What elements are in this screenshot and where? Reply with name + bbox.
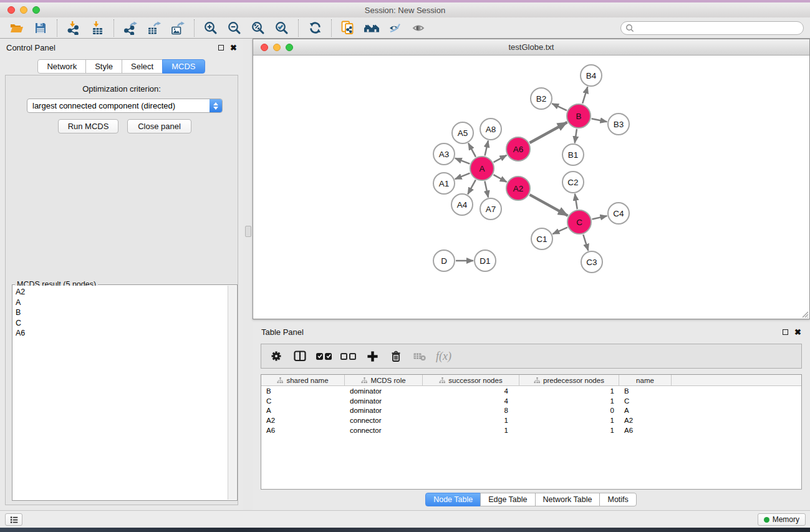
graph-edge-C-C2[interactable] — [575, 194, 577, 209]
search-input[interactable] — [634, 22, 803, 34]
network-window-title: testGlobe.txt — [253, 42, 809, 52]
export-network-button[interactable] — [118, 19, 142, 37]
table-row[interactable]: Adominator80A — [261, 406, 801, 416]
delete-table-button-disabled[interactable] — [412, 349, 427, 364]
memory-status-icon — [764, 517, 769, 523]
tab-select[interactable]: Select — [122, 59, 163, 74]
delete-column-button[interactable] — [388, 349, 403, 364]
search-box[interactable] — [620, 21, 804, 35]
attribute-type-icon — [277, 377, 284, 384]
network-window-titlebar[interactable]: testGlobe.txt — [253, 39, 809, 56]
hide-selected-button[interactable] — [383, 19, 407, 37]
graph-edge-A-A4[interactable] — [468, 180, 476, 194]
new-network-from-selection-button[interactable] — [336, 19, 360, 37]
refresh-button[interactable] — [303, 19, 327, 37]
graph-edge-A-A8[interactable] — [485, 141, 488, 156]
task-history-button[interactable] — [5, 513, 22, 526]
graph-edge-B-B1[interactable] — [575, 129, 577, 143]
close-panel-button[interactable]: Close panel — [127, 119, 191, 133]
run-mcds-button[interactable]: Run MCDS — [58, 119, 118, 133]
zoom-selected-button[interactable] — [270, 19, 294, 37]
mcds-result-item[interactable]: A6 — [13, 328, 228, 339]
tab-network-table[interactable]: Network Table — [535, 493, 600, 506]
mcds-result-item[interactable]: A — [13, 297, 228, 308]
graph-edge-C-C4[interactable] — [592, 216, 607, 219]
table-cell: dominator — [345, 397, 423, 405]
graph-edge-A-A1[interactable] — [455, 173, 470, 179]
control-panel: Control Panel ✖ NetworkStyleSelectMCDS O… — [0, 39, 243, 510]
table-row[interactable]: A2connector11A2 — [261, 415, 801, 425]
tab-mcds[interactable]: MCDS — [162, 59, 205, 74]
tab-style[interactable]: Style — [85, 59, 122, 74]
table-cell: 1 — [519, 427, 619, 434]
table-cell: C — [619, 397, 672, 405]
close-table-panel-icon[interactable]: ✖ — [794, 329, 801, 335]
memory-label: Memory — [773, 515, 799, 524]
show-columns-button[interactable] — [292, 349, 307, 364]
column-header-name[interactable]: name — [619, 375, 672, 385]
graph-edge-A-A5[interactable] — [468, 143, 476, 157]
node-attribute-table: shared nameMCDS rolesuccessor nodesprede… — [261, 374, 802, 490]
mcds-tab-content: Optimization criterion: largest connecte… — [5, 75, 238, 505]
panel-splitter-handle[interactable] — [245, 226, 251, 237]
function-builder-button-disabled[interactable]: f(x) — [436, 350, 451, 363]
graph-node-label: A — [479, 164, 485, 173]
graph-node-label: C1 — [536, 235, 547, 244]
graph-edge-A-A7[interactable] — [485, 181, 488, 198]
table-row[interactable]: Bdominator41B — [261, 386, 801, 396]
memory-button[interactable]: Memory — [758, 513, 806, 526]
float-table-panel-icon[interactable] — [783, 329, 788, 335]
mcds-list-scrollbar[interactable] — [228, 286, 236, 500]
graph-edge-A6-B[interactable] — [529, 122, 567, 143]
mcds-result-item[interactable]: B — [13, 307, 228, 318]
table-row[interactable]: A6connector11A6 — [261, 425, 801, 435]
mcds-result-item[interactable]: A2 — [13, 287, 228, 297]
tab-edge-table[interactable]: Edge Table — [480, 493, 535, 506]
table-cell: 0 — [519, 407, 619, 414]
graph-edge-A-A6[interactable] — [494, 155, 507, 162]
export-image-button[interactable] — [166, 19, 190, 37]
select-all-columns-button[interactable] — [316, 353, 332, 360]
export-table-button[interactable] — [142, 19, 166, 37]
optimization-dropdown[interactable]: largest connected component (directed) — [27, 99, 223, 113]
column-header-predecessor-nodes[interactable]: predecessor nodes — [519, 375, 619, 385]
graph-edge-C-C1[interactable] — [552, 228, 567, 235]
network-canvas[interactable]: B4B2BB3A8A5A6A3B1AC2A1A2A4A7C4CC1DD1C3 — [253, 56, 809, 319]
graph-edge-B-B2[interactable] — [552, 104, 567, 110]
column-header-shared-name[interactable]: shared name — [261, 375, 345, 385]
save-session-button[interactable] — [29, 19, 52, 37]
create-column-button[interactable] — [365, 349, 380, 364]
zoom-out-button[interactable] — [223, 19, 246, 37]
graph-edge-B-B3[interactable] — [592, 118, 607, 122]
zoom-fit-button[interactable] — [246, 19, 270, 37]
open-session-button[interactable] — [5, 19, 29, 37]
close-panel-icon[interactable]: ✖ — [230, 45, 237, 51]
first-neighbors-button[interactable] — [360, 19, 383, 37]
import-table-button[interactable] — [85, 19, 109, 37]
mcds-result-item[interactable]: C — [13, 318, 228, 329]
graph-edge-A-A2[interactable] — [493, 175, 506, 182]
tab-network[interactable]: Network — [37, 59, 86, 74]
column-header-successor-nodes[interactable]: successor nodes — [423, 375, 519, 385]
tab-motifs[interactable]: Motifs — [599, 493, 636, 506]
table-row[interactable]: Cdominator41C — [261, 396, 801, 406]
graph-edge-A2-C[interactable] — [529, 195, 567, 216]
toolbar-separator — [113, 19, 114, 37]
deselect-all-columns-button[interactable] — [340, 353, 356, 360]
graph-edge-A-A3[interactable] — [455, 158, 470, 164]
export-table-icon — [147, 21, 161, 35]
toolbar-separator — [298, 19, 299, 37]
show-all-button[interactable] — [407, 19, 431, 37]
column-header-MCDS-role[interactable]: MCDS role — [345, 375, 423, 385]
import-network-button[interactable] — [62, 19, 85, 37]
zoom-in-button[interactable] — [199, 19, 223, 37]
graph-edge-B-B4[interactable] — [582, 87, 587, 104]
tab-node-table[interactable]: Node Table — [425, 493, 481, 506]
graph-edge-C-C3[interactable] — [583, 235, 588, 251]
window-resize-grip[interactable] — [800, 309, 809, 318]
table-settings-button[interactable] — [269, 349, 284, 364]
mcds-result-list[interactable]: A2ABCA6 — [13, 286, 228, 500]
table-toolbar: f(x) — [261, 344, 802, 369]
app-titlebar: Session: New Session — [0, 2, 810, 17]
float-panel-icon[interactable] — [218, 45, 224, 51]
